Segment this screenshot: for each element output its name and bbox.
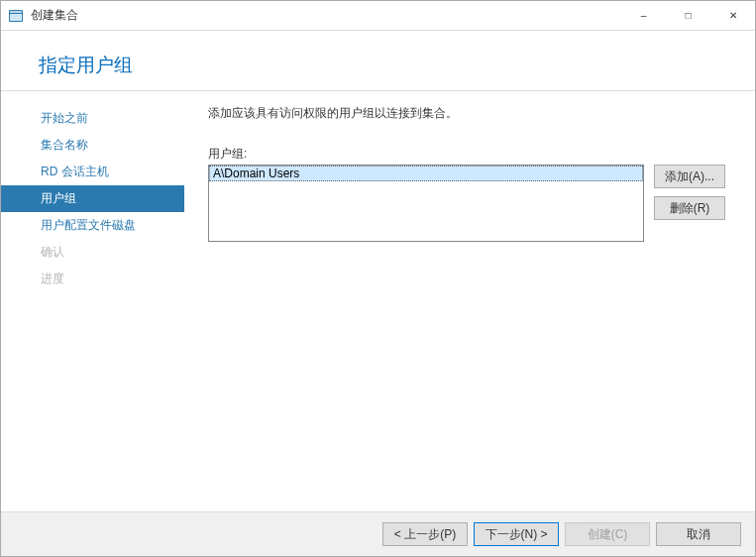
- sidebar-item-0[interactable]: 开始之前: [1, 105, 184, 132]
- minimize-button[interactable]: –: [621, 1, 666, 30]
- window-controls: – □ ✕: [621, 1, 755, 30]
- svg-rect-1: [10, 11, 22, 13]
- close-button[interactable]: ✕: [710, 1, 755, 30]
- window-title: 创建集合: [31, 7, 621, 24]
- add-button[interactable]: 添加(A)...: [654, 165, 725, 188]
- main-panel: 添加应该具有访问权限的用户组以连接到集合。 用户组: A\Domain User…: [184, 91, 755, 511]
- sidebar-item-3[interactable]: 用户组: [1, 185, 184, 212]
- page-title: 指定用户组: [1, 31, 755, 91]
- svg-rect-2: [10, 14, 22, 21]
- wizard-window: 创建集合 – □ ✕ 指定用户组 开始之前集合名称RD 会话主机用户组用户配置文…: [0, 0, 756, 557]
- titlebar: 创建集合 – □ ✕: [1, 1, 755, 31]
- create-button: 创建(C): [565, 522, 650, 546]
- remove-button[interactable]: 删除(R): [654, 196, 725, 220]
- sidebar-item-2[interactable]: RD 会话主机: [1, 159, 184, 185]
- app-icon: [9, 8, 25, 24]
- content-area: 开始之前集合名称RD 会话主机用户组用户配置文件磁盘确认进度 添加应该具有访问权…: [1, 91, 755, 511]
- sidebar-item-4[interactable]: 用户配置文件磁盘: [1, 212, 184, 239]
- sidebar-item-6: 进度: [1, 266, 184, 292]
- sidebar-item-1[interactable]: 集合名称: [1, 132, 184, 159]
- maximize-button[interactable]: □: [666, 1, 710, 30]
- list-item[interactable]: A\Domain Users: [209, 166, 643, 181]
- previous-button[interactable]: < 上一步(P): [382, 522, 468, 546]
- user-groups-listbox[interactable]: A\Domain Users: [208, 165, 644, 242]
- next-button[interactable]: 下一步(N) >: [474, 522, 559, 546]
- user-groups-label: 用户组:: [208, 146, 737, 163]
- list-buttons: 添加(A)... 删除(R): [654, 165, 725, 220]
- cancel-button[interactable]: 取消: [656, 522, 741, 546]
- wizard-sidebar: 开始之前集合名称RD 会话主机用户组用户配置文件磁盘确认进度: [1, 91, 184, 511]
- sidebar-item-5: 确认: [1, 239, 184, 266]
- instruction-text: 添加应该具有访问权限的用户组以连接到集合。: [208, 105, 737, 122]
- wizard-footer: < 上一步(P) 下一步(N) > 创建(C) 取消: [1, 511, 755, 556]
